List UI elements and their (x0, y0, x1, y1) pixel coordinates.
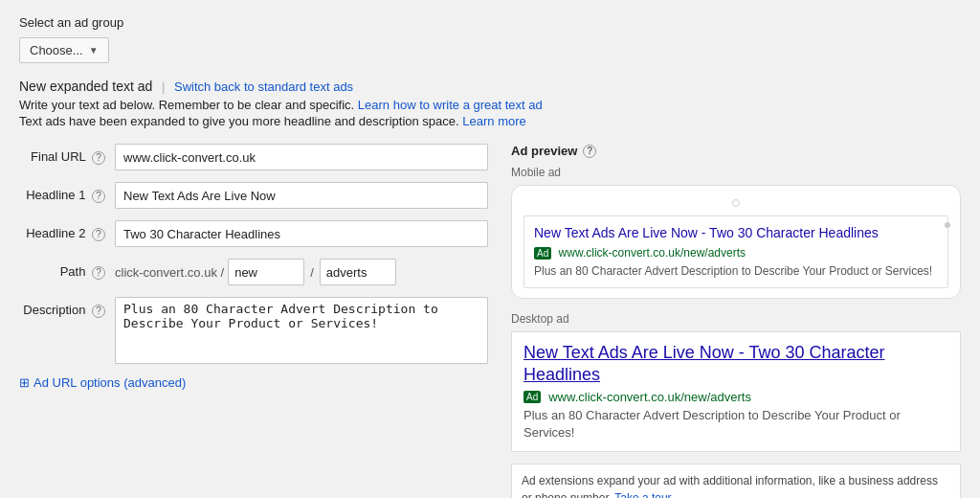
path-help-icon[interactable]: ? (92, 266, 105, 280)
desktop-preview: New Text Ads Are Live Now - Two 30 Chara… (511, 331, 961, 452)
mobile-ad-badge: Ad (534, 247, 551, 260)
path-inputs: click-convert.co.uk / / (115, 259, 488, 285)
desktop-ad-description: Plus an 80 Character Advert Description … (523, 407, 948, 441)
plus-icon: ⊞ (19, 375, 30, 390)
mobile-preview: New Text Ads Are Live Now - Two 30 Chara… (511, 185, 961, 299)
mobile-dot-indicator (945, 222, 950, 228)
path1-input[interactable] (228, 259, 304, 285)
preview-title: Ad preview ? (511, 144, 961, 158)
mobile-ad-url: Ad www.click-convert.co.uk/new/adverts (534, 246, 938, 260)
new-ad-header: New expanded text ad | Switch back to st… (19, 79, 961, 94)
learn-more-link[interactable]: Learn more (462, 114, 525, 128)
mobile-ad-headline[interactable]: New Text Ads Are Live Now - Two 30 Chara… (534, 224, 938, 243)
description-label: Description ? (19, 297, 115, 318)
headline1-label: Headline 1 ? (19, 182, 115, 203)
path-label: Path ? (19, 259, 115, 280)
url-options-button[interactable]: ⊞ Ad URL options (advanced) (19, 375, 488, 390)
mobile-label: Mobile ad (511, 166, 961, 179)
desktop-ad-headline[interactable]: New Text Ads Are Live Now - Two 30 Chara… (523, 342, 948, 387)
info-line-1: Write your text ad below. Remember to be… (19, 98, 961, 112)
final-url-label: Final URL ? (19, 144, 115, 165)
headline1-row: Headline 1 ? (19, 182, 488, 209)
final-url-help-icon[interactable]: ? (92, 151, 105, 165)
switch-back-link[interactable]: Switch back to standard text ads (174, 79, 353, 94)
desktop-label: Desktop ad (511, 312, 961, 326)
description-help-icon[interactable]: ? (92, 305, 105, 318)
new-ad-title: New expanded text ad (19, 79, 152, 94)
path-base: click-convert.co.uk / (115, 265, 224, 280)
ad-extensions-text: Ad extensions expand your ad with additi… (522, 474, 938, 498)
preview-help-icon[interactable]: ? (583, 145, 596, 158)
mobile-ad-card: New Text Ads Are Live Now - Two 30 Chara… (523, 215, 948, 288)
mobile-ad-description: Plus an 80 Character Advert Description … (534, 263, 938, 280)
headline1-help-icon[interactable]: ? (92, 190, 105, 203)
path-slash: / (308, 265, 316, 280)
headline2-label: Headline 2 ? (19, 220, 115, 241)
path-row: Path ? click-convert.co.uk / / (19, 259, 488, 285)
final-url-row: Final URL ? (19, 144, 488, 170)
choose-button[interactable]: Choose... ▼ (19, 37, 109, 63)
description-row: Description ? Plus an 80 Character Adver… (19, 297, 488, 364)
final-url-input[interactable] (115, 144, 488, 170)
learn-how-link[interactable]: Learn how to write a great text ad (358, 98, 543, 112)
headline2-help-icon[interactable]: ? (92, 228, 105, 241)
ad-extensions-box: Ad extensions expand your ad with additi… (511, 464, 961, 498)
path2-input[interactable] (320, 259, 396, 285)
mobile-notch (523, 195, 948, 210)
headline2-row: Headline 2 ? (19, 220, 488, 247)
chevron-down-icon: ▼ (89, 45, 99, 56)
preview-section: Ad preview ? Mobile ad New Text Ads Are … (511, 144, 961, 498)
select-ad-group-label: Select an ad group (19, 15, 961, 30)
desktop-ad-badge: Ad (523, 391, 541, 403)
description-textarea[interactable]: Plus an 80 Character Advert Description … (115, 297, 488, 364)
form-section: Final URL ? Headline 1 ? Headline 2 ? (19, 144, 488, 498)
main-content: Final URL ? Headline 1 ? Headline 2 ? (19, 144, 961, 498)
notch-circle (732, 199, 740, 207)
desktop-ad-url: Ad www.click-convert.co.uk/new/adverts (523, 390, 948, 404)
take-tour-link[interactable]: Take a tour (614, 491, 671, 498)
headline2-input[interactable] (115, 220, 488, 247)
headline1-input[interactable] (115, 182, 488, 209)
info-line-2: Text ads have been expanded to give you … (19, 114, 961, 128)
separator: | (162, 79, 165, 94)
